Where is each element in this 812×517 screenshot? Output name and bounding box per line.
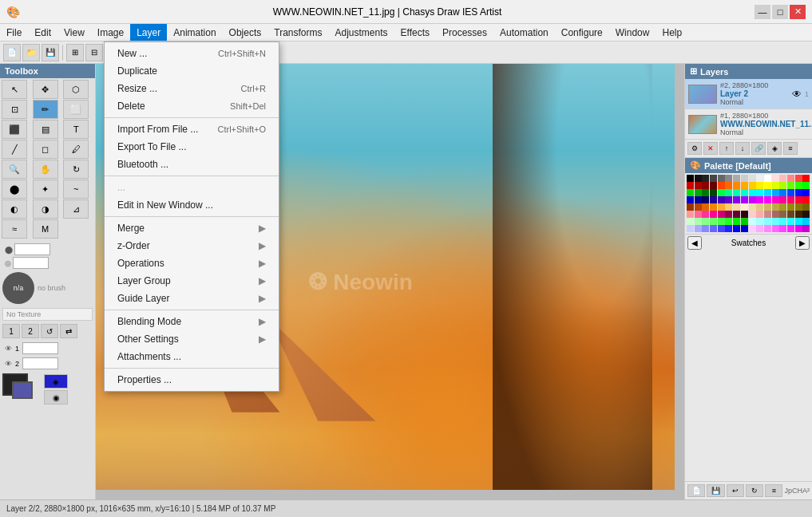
menu-zorder[interactable]: z-Order ▶: [105, 237, 279, 255]
menu-delete[interactable]: Delete Shift+Del: [105, 97, 279, 115]
menu-guide-layer-label: Guide Layer: [117, 293, 169, 304]
menu-resize-label: Resize ...: [117, 83, 157, 94]
menu-export-label: Export To File ...: [117, 141, 186, 152]
menu-merge[interactable]: Merge ▶: [105, 219, 279, 237]
menu-import[interactable]: Import From File ... Ctrl+Shift+O: [105, 120, 279, 138]
menu-blending[interactable]: Blending Mode ▶: [105, 313, 279, 330]
menu-new-shortcut: Ctrl+Shift+N: [218, 49, 266, 58]
menu-guide-layer-arrow: ▶: [259, 293, 266, 304]
menu-import-shortcut: Ctrl+Shift+O: [217, 124, 266, 134]
menu-new[interactable]: New ... Ctrl+Shift+N: [105, 45, 279, 62]
menu-export[interactable]: Export To File ...: [105, 138, 279, 156]
menu-divider4: [105, 310, 279, 310]
menu-import-label: Import From File ...: [117, 124, 198, 135]
layer-menu: New ... Ctrl+Shift+N Duplicate Resize ..…: [104, 41, 279, 392]
menu-layer-group[interactable]: Layer Group ▶: [105, 272, 279, 290]
menu-merge-arrow: ▶: [259, 223, 266, 234]
menu-attachments[interactable]: Attachments ...: [105, 348, 279, 365]
dropdown-overlay: New ... Ctrl+Shift+N Duplicate Resize ..…: [0, 0, 812, 517]
menu-ellipsis-label: ...: [117, 182, 125, 193]
menu-merge-label: Merge: [117, 223, 145, 234]
menu-edit-new-window-label: Edit in New Window ...: [117, 199, 213, 211]
menu-resize[interactable]: Resize ... Ctrl+R: [105, 80, 279, 97]
menu-ellipsis[interactable]: ...: [105, 179, 279, 196]
menu-layer-group-arrow: ▶: [259, 275, 266, 286]
menu-attachments-label: Attachments ...: [117, 351, 181, 362]
menu-delete-label: Delete: [117, 101, 145, 112]
menu-properties-label: Properties ...: [117, 374, 172, 385]
menu-edit-new-window[interactable]: Edit in New Window ...: [105, 196, 279, 214]
menu-other-settings-label: Other Settings: [117, 333, 179, 345]
menu-layer-group-label: Layer Group: [117, 275, 171, 286]
menu-blending-arrow: ▶: [259, 316, 266, 327]
menu-zorder-arrow: ▶: [259, 240, 266, 251]
menu-divider3: [105, 216, 279, 217]
menu-guide-layer[interactable]: Guide Layer ▶: [105, 290, 279, 307]
menu-other-settings[interactable]: Other Settings ▶: [105, 330, 279, 348]
menu-other-settings-arrow: ▶: [259, 333, 266, 345]
menu-delete-shortcut: Shift+Del: [230, 101, 266, 111]
menu-bluetooth[interactable]: Bluetooth ...: [105, 156, 279, 173]
menu-bluetooth-label: Bluetooth ...: [117, 159, 168, 170]
menu-new-label: New ...: [117, 48, 147, 59]
menu-operations-arrow: ▶: [259, 258, 266, 269]
menu-properties[interactable]: Properties ...: [105, 371, 279, 389]
menu-duplicate-label: Duplicate: [117, 65, 157, 77]
menu-operations-label: Operations: [117, 258, 164, 269]
menu-divider5: [105, 368, 279, 369]
menu-zorder-label: z-Order: [117, 240, 150, 251]
menu-divider2: [105, 176, 279, 176]
menu-resize-shortcut: Ctrl+R: [241, 84, 266, 93]
menu-operations[interactable]: Operations ▶: [105, 255, 279, 272]
menu-blending-label: Blending Mode: [117, 316, 181, 327]
menu-divider1: [105, 117, 279, 118]
menu-duplicate[interactable]: Duplicate: [105, 62, 279, 80]
